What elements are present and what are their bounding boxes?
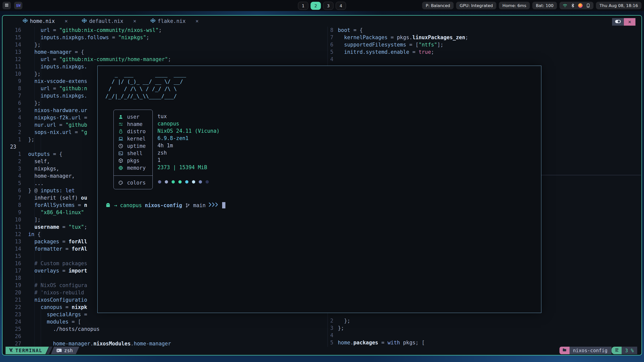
zellij-status-bar: TERMINAL >_ zsh nixos-config 3 % [3, 347, 641, 354]
code-text: ... [25, 180, 44, 187]
palette-dot [172, 180, 175, 184]
directory-label: nixos-config [573, 348, 607, 353]
line-number: 23 [3, 311, 25, 318]
code-text [25, 143, 28, 151]
editor-pane-right-bottom[interactable]: 2 };3};45home.packages = with pkgs; [ [325, 317, 641, 346]
fetch-label: pkgs [127, 158, 139, 164]
dollar-w-logo: $W [16, 3, 20, 8]
fetch-label: distro [127, 128, 146, 134]
menu-grid-icon [5, 3, 9, 8]
wifi-icon [562, 3, 567, 8]
code-text: nixosConfiguratio [25, 296, 87, 304]
directory-segment[interactable]: nixos-config [570, 347, 611, 354]
code-text: inherit (self) ou [25, 194, 87, 202]
workspace-button-1[interactable]: 1 [298, 2, 308, 10]
tab-close-icon[interactable]: × [133, 18, 136, 24]
clock-pill[interactable]: Thu Aug 08, 18:16 [596, 2, 641, 9]
mode-indicator[interactable]: TERMINAL [6, 347, 49, 354]
scroll-position-segment[interactable]: 3 % [622, 347, 637, 354]
code-text: nix-vscode-extens [25, 78, 87, 85]
workspace-button-4[interactable]: 4 [336, 2, 346, 10]
fetch-box-divider [114, 175, 152, 176]
git-branch-icon [185, 203, 190, 208]
system-tray[interactable] [559, 2, 593, 9]
fetch-value-distro: NixOS 24.11 (Vicuna) [157, 127, 220, 135]
line-number: 17 [3, 267, 25, 275]
code-text: # Custom packages [25, 260, 87, 267]
palette-dot [206, 180, 209, 184]
pin-toggle-button[interactable] [612, 18, 624, 26]
line-number: 6 [325, 41, 336, 49]
line-number: 16 [3, 260, 25, 267]
code-line: 6 supportedFilesystems = ["ntfs"]; [325, 41, 641, 49]
code-text: in { [25, 231, 41, 238]
app-launcher-button[interactable] [3, 2, 11, 9]
tab-close-icon[interactable]: × [195, 18, 199, 24]
workspace-button-2[interactable]: 2 [311, 2, 321, 10]
close-button[interactable]: × [624, 18, 635, 26]
code-text: supportedFilesystems = ["ntfs"]; [336, 41, 444, 49]
line-number: 20 [3, 289, 25, 296]
code-text [336, 56, 338, 63]
distro-icon [118, 129, 123, 134]
line-number: 24 [3, 318, 25, 326]
line-number: 18 [3, 275, 25, 282]
fastfetch-values: tuxcanopusNixOS 24.11 (Vicuna)6.9.8-zen1… [157, 113, 220, 171]
fetch-label: shell [127, 150, 143, 156]
nix-snowflake-icon [23, 18, 28, 24]
shell-tab[interactable]: >_ zsh [51, 347, 79, 354]
editor-pane-right-top[interactable]: 8boot = {7 kernelPackages = pkgs.linuxPa… [325, 27, 641, 63]
code-text: nixos-hardware.ur [25, 107, 87, 114]
tab-flake.nix[interactable]: flake.nix× [150, 18, 199, 24]
palette-dot [199, 180, 202, 184]
line-number: 5 [3, 107, 25, 114]
prompt-git-branch: main [193, 202, 206, 208]
status-pill[interactable]: Bat: 100 [532, 2, 557, 9]
window-controls: × [612, 18, 635, 26]
code-text: "x86_64-linux" [25, 209, 84, 216]
floating-terminal-pane[interactable]: _ ___ ____ ____ / |/ (_)_ __/ __ \/ __/ … [97, 66, 541, 313]
nix-snowflake-icon [150, 18, 155, 24]
code-text [336, 332, 338, 339]
terminal-mode-icon [9, 348, 13, 353]
shell-icon [118, 151, 123, 156]
nix-snowflake-icon [82, 18, 87, 24]
topbar-right-group: P: BalancedGPU: IntegratedHome: 6msBat: … [422, 2, 641, 9]
tab-home.nix[interactable]: home.nix× [23, 18, 68, 24]
code-line: 4 [325, 332, 641, 339]
code-text: username = "tux"; [25, 223, 87, 231]
palette-dot [192, 180, 195, 184]
folder-icon [562, 348, 567, 353]
status-pill[interactable]: P: Balanced [422, 2, 454, 9]
fetch-label: kernel [127, 136, 146, 142]
editor-tab-bar: home.nix×default.nix×flake.nix× [3, 16, 641, 27]
palette-dot [165, 180, 168, 184]
line-number: 11 [3, 63, 25, 70]
status-pill[interactable]: Home: 6ms [499, 2, 530, 9]
tab-default.nix[interactable]: default.nix× [82, 18, 136, 24]
line-number: 7 [3, 92, 25, 100]
line-number: 25 [3, 326, 25, 333]
fetch-label: colors [127, 180, 146, 186]
line-number: 15 [3, 34, 25, 41]
code-text: } @ inputs: let [25, 187, 75, 194]
scroll-segment-icon [612, 347, 622, 354]
workspace-button-3[interactable]: 3 [323, 2, 334, 10]
palette-dot [158, 180, 161, 184]
status-pill-label: Bat: 100 [536, 3, 553, 8]
line-number: 9 [3, 78, 25, 85]
line-number: 16 [3, 27, 25, 34]
logo-button[interactable]: $W [14, 2, 22, 9]
code-text: inputs.nixpkgs. [25, 92, 87, 100]
code-text: outputs = { [25, 151, 62, 158]
palette-dot [185, 180, 188, 184]
tab-close-icon[interactable]: × [65, 18, 68, 24]
terminal-prompt-icon: >_ [57, 349, 62, 352]
status-pill[interactable]: GPU: Integrated [456, 2, 496, 9]
fetch-row-hname: hname [114, 120, 152, 128]
status-pill-label: P: Balanced [426, 3, 450, 8]
line-number: 5 [325, 339, 336, 346]
line-number: 6 [3, 100, 25, 107]
line-number: 14 [3, 245, 25, 253]
packages-icon [118, 158, 123, 163]
